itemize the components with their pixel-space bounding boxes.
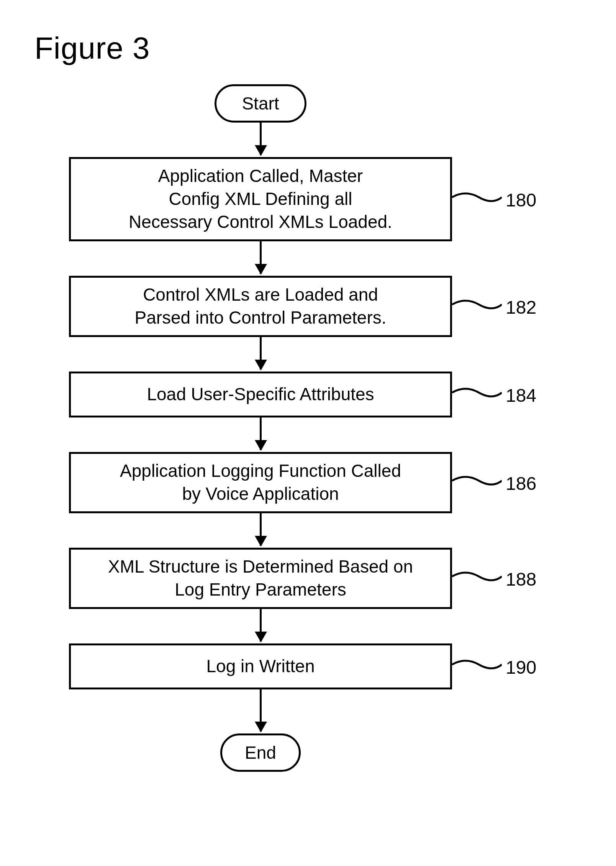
process-text: XML Structure is Determined Based on Log… bbox=[108, 555, 413, 601]
arrow bbox=[260, 513, 262, 546]
process-text: Load User-Specific Attributes bbox=[147, 383, 374, 406]
process-step-182: Control XMLs are Loaded and Parsed into … bbox=[69, 276, 452, 337]
arrow bbox=[260, 689, 262, 732]
leader-line bbox=[452, 393, 502, 395]
arrow bbox=[260, 241, 262, 274]
ref-label-182: 182 bbox=[506, 297, 536, 318]
process-step-190: Log in Written bbox=[69, 643, 452, 689]
leader-line bbox=[452, 576, 502, 578]
leader-line bbox=[452, 197, 502, 199]
flowchart-canvas: Figure 3 Start Application Called, Maste… bbox=[0, 0, 616, 866]
ref-label-180: 180 bbox=[506, 190, 536, 211]
arrow bbox=[260, 609, 262, 642]
process-step-188: XML Structure is Determined Based on Log… bbox=[69, 548, 452, 609]
ref-label-186: 186 bbox=[506, 473, 536, 494]
arrow bbox=[260, 123, 262, 155]
terminator-start: Start bbox=[215, 84, 306, 123]
ref-label-190: 190 bbox=[506, 657, 536, 678]
arrow bbox=[260, 417, 262, 450]
process-text: Control XMLs are Loaded and Parsed into … bbox=[134, 283, 386, 329]
process-text: Application Called, Master Config XML De… bbox=[129, 165, 392, 233]
ref-label-184: 184 bbox=[506, 385, 536, 406]
process-step-180: Application Called, Master Config XML De… bbox=[69, 157, 452, 241]
process-step-184: Load User-Specific Attributes bbox=[69, 372, 452, 417]
process-step-186: Application Logging Function Called by V… bbox=[69, 452, 452, 513]
process-text: Application Logging Function Called by V… bbox=[120, 460, 401, 506]
terminator-end: End bbox=[220, 733, 301, 772]
process-text: Log in Written bbox=[206, 655, 315, 678]
figure-title: Figure 3 bbox=[34, 31, 150, 66]
leader-line bbox=[452, 481, 502, 483]
leader-line bbox=[452, 304, 502, 306]
ref-label-188: 188 bbox=[506, 569, 536, 590]
leader-line bbox=[452, 665, 502, 666]
arrow bbox=[260, 337, 262, 370]
